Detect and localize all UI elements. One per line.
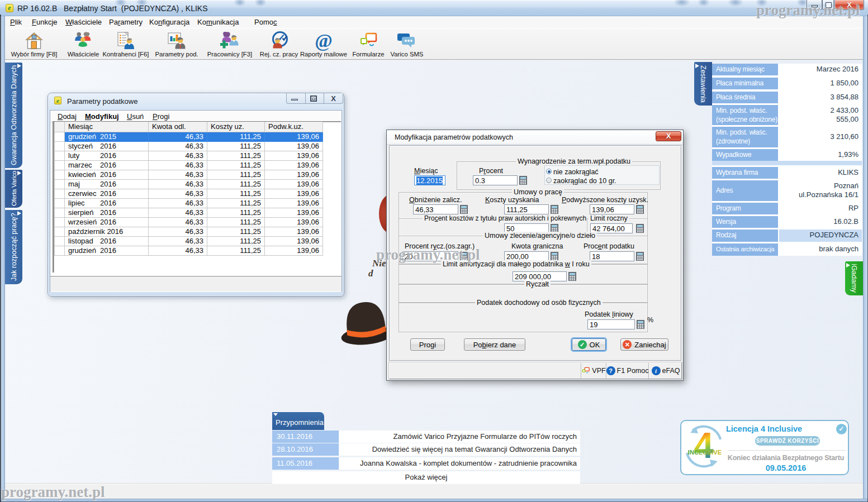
svg-text:4: 4	[694, 425, 714, 466]
svg-text:INCLUSIVE: INCLUSIVE	[688, 449, 722, 456]
